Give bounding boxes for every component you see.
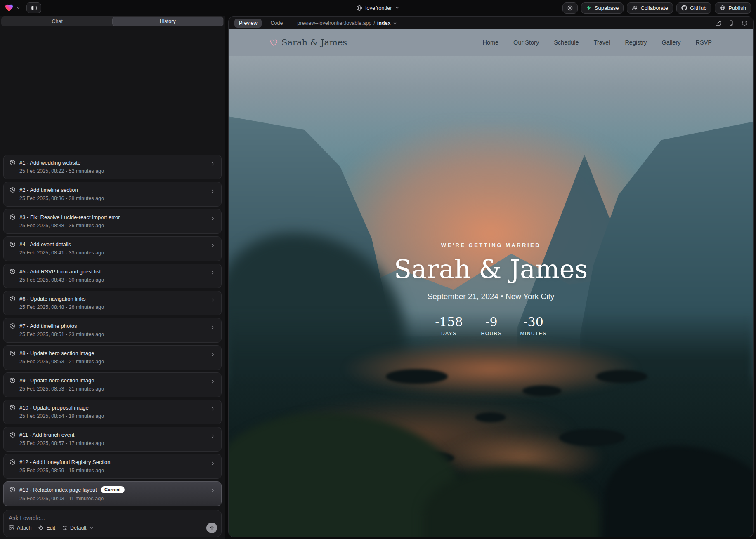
sidebar-toggle-button[interactable] xyxy=(26,2,41,13)
attach-label: Attach xyxy=(17,525,31,531)
history-item-header: #12 - Add Honeyfund Registry Section xyxy=(9,459,215,465)
history-icon xyxy=(9,160,16,166)
collaborate-label: Collaborate xyxy=(640,5,668,11)
composer: Attach Edit Default xyxy=(3,510,222,537)
panel-left-icon xyxy=(31,5,37,11)
edit-button[interactable]: Edit xyxy=(38,525,55,531)
history-item[interactable]: #5 - Add RSVP form and guest list 25 Feb… xyxy=(3,264,222,288)
site-nav-link[interactable]: Schedule xyxy=(554,39,579,46)
tab-chat[interactable]: Chat xyxy=(2,17,113,26)
countdown-unit: -9 HOURS xyxy=(481,316,502,337)
github-button[interactable]: GitHub xyxy=(676,2,711,14)
history-item-header: #2 - Add timeline section xyxy=(9,187,215,193)
mobile-device-icon[interactable] xyxy=(728,20,734,26)
history-item-timestamp: 25 Feb 2025, 08:54 - 19 minutes ago xyxy=(19,413,215,419)
chevron-right-icon xyxy=(210,216,215,221)
supabase-label: Supabase xyxy=(595,5,619,11)
topbar: lovefrontier Supabase Collaborate xyxy=(0,0,756,16)
chevron-right-icon xyxy=(210,433,215,439)
history-item-title: #1 - Add wedding website xyxy=(19,160,80,166)
river-rock xyxy=(596,370,647,383)
history-item[interactable]: #9 - Update hero section image 25 Feb 20… xyxy=(3,372,222,397)
history-item-timestamp: 25 Feb 2025, 08:41 - 33 minutes ago xyxy=(19,250,215,256)
send-button[interactable] xyxy=(206,523,217,533)
chevron-right-icon xyxy=(210,461,215,466)
history-item-title: #8 - Update hero section image xyxy=(19,350,94,356)
history-item-header: #10 - Update proposal image xyxy=(9,405,215,411)
ask-lovable-input[interactable] xyxy=(9,515,216,521)
tab-preview[interactable]: Preview xyxy=(234,19,262,28)
tab-history[interactable]: History xyxy=(113,17,223,26)
history-icon xyxy=(9,377,16,384)
site-preview: Sarah & James Home Our Story Schedule Tr… xyxy=(229,29,753,537)
preview-url[interactable]: preview--lovefrontier.lovable.app / inde… xyxy=(297,20,397,26)
hero-section: WE'RE GETTING MARRIED Sarah & James Sept… xyxy=(229,56,753,537)
tab-code[interactable]: Code xyxy=(266,19,287,28)
history-item[interactable]: #3 - Fix: Resolve Lucide-react import er… xyxy=(3,209,222,234)
history-item-title: #10 - Update proposal image xyxy=(19,405,89,411)
history-item-header: #9 - Update hero section image xyxy=(9,377,215,384)
site-nav-link[interactable]: Our Story xyxy=(513,39,539,46)
site-header: Sarah & James Home Our Story Schedule Tr… xyxy=(229,29,753,56)
history-item[interactable]: #12 - Add Honeyfund Registry Section 25 … xyxy=(3,454,222,479)
chevron-down-icon[interactable] xyxy=(16,5,21,10)
gear-icon xyxy=(567,5,573,11)
history-item-title: #12 - Add Honeyfund Registry Section xyxy=(19,459,110,465)
site-nav: Home Our Story Schedule Travel Registry … xyxy=(482,39,712,46)
project-name: lovefrontier xyxy=(365,5,392,11)
hero-eyebrow: WE'RE GETTING MARRIED xyxy=(229,242,753,248)
history-item[interactable]: #13 - Refactor index page layout Current… xyxy=(3,481,222,506)
lovable-heart-logo-icon[interactable] xyxy=(5,4,13,12)
edit-label: Edit xyxy=(46,525,55,531)
mode-label: Default xyxy=(70,525,87,531)
panel-tabs: Chat History xyxy=(1,16,224,26)
site-nav-link[interactable]: Gallery xyxy=(662,39,681,46)
history-item[interactable]: #11 - Add brunch event 25 Feb 2025, 08:5… xyxy=(3,427,222,452)
site-nav-link[interactable]: Travel xyxy=(594,39,610,46)
sliders-icon xyxy=(62,525,68,531)
chevron-right-icon xyxy=(210,297,215,303)
history-item-timestamp: 25 Feb 2025, 08:36 - 38 minutes ago xyxy=(19,195,215,201)
history-item[interactable]: #4 - Add event details 25 Feb 2025, 08:4… xyxy=(3,236,222,261)
globe-icon xyxy=(356,5,362,11)
chevron-right-icon xyxy=(210,161,215,167)
history-item[interactable]: #1 - Add wedding website 25 Feb 2025, 08… xyxy=(3,155,222,179)
history-icon xyxy=(9,268,16,275)
history-item[interactable]: #6 - Update navigation links 25 Feb 2025… xyxy=(3,291,222,315)
arrow-up-icon xyxy=(209,525,215,531)
collaborate-button[interactable]: Collaborate xyxy=(627,2,673,14)
mode-select[interactable]: Default xyxy=(62,525,94,531)
open-external-icon[interactable] xyxy=(715,20,721,26)
history-item[interactable]: #8 - Update hero section image 25 Feb 20… xyxy=(3,345,222,370)
chevron-right-icon xyxy=(210,325,215,330)
refresh-icon[interactable] xyxy=(742,20,747,26)
history-item[interactable]: #2 - Add timeline section 25 Feb 2025, 0… xyxy=(3,182,222,207)
history-item-header: #7 - Add timeline photos xyxy=(9,323,215,329)
site-nav-link[interactable]: Registry xyxy=(625,39,647,46)
history-item-timestamp: 25 Feb 2025, 08:22 - 52 minutes ago xyxy=(19,168,215,174)
river-rock xyxy=(522,386,562,396)
history-item-timestamp: 25 Feb 2025, 08:57 - 17 minutes ago xyxy=(19,440,215,446)
site-nav-link[interactable]: Home xyxy=(482,39,498,46)
topbar-actions: Supabase Collaborate GitHub Publish xyxy=(562,2,751,14)
history-item[interactable]: #7 - Add timeline photos 25 Feb 2025, 08… xyxy=(3,318,222,343)
river-rock xyxy=(559,429,625,446)
settings-button[interactable] xyxy=(562,2,578,14)
attach-button[interactable]: Attach xyxy=(9,525,31,531)
history-icon xyxy=(9,487,16,493)
supabase-button[interactable]: Supabase xyxy=(581,2,624,14)
history-item[interactable]: #10 - Update proposal image 25 Feb 2025,… xyxy=(3,400,222,424)
site-brand[interactable]: Sarah & James xyxy=(270,38,347,47)
hero-title: Sarah & James xyxy=(229,257,753,282)
countdown-unit: -30 MINUTES xyxy=(520,316,547,337)
history-icon xyxy=(9,432,16,438)
history-item-title: #11 - Add brunch event xyxy=(19,432,74,438)
project-switcher[interactable]: lovefrontier xyxy=(356,0,399,16)
target-icon xyxy=(38,525,44,531)
publish-button[interactable]: Publish xyxy=(715,2,751,14)
countdown-value: -30 xyxy=(520,316,547,328)
history-item-timestamp: 25 Feb 2025, 08:43 - 30 minutes ago xyxy=(19,277,215,283)
site-nav-link[interactable]: RSVP xyxy=(696,39,712,46)
history-item-timestamp: 25 Feb 2025, 08:59 - 15 minutes ago xyxy=(19,468,215,473)
history-icon xyxy=(9,241,16,247)
